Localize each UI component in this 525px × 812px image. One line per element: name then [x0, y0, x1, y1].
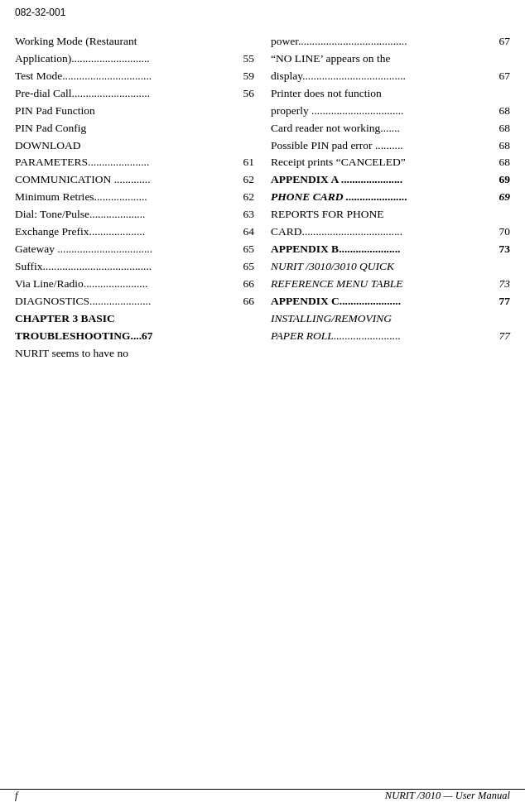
- toc-entry: REFERENCE MENU TABLE73: [271, 276, 510, 293]
- toc-entry: APPENDIX A ......................69: [271, 171, 510, 189]
- toc-entry: REPORTS FOR PHONE: [271, 206, 510, 223]
- toc-entry: DIAGNOSTICS......................66: [15, 293, 254, 310]
- toc-left-column: Working Mode (RestaurantApplication)....…: [15, 25, 262, 779]
- toc-entry: Receipt prints “CANCELED”68: [271, 154, 510, 171]
- toc-entry: Card reader not working.......68: [271, 120, 510, 137]
- toc-entry: PAPER ROLL........................77: [271, 328, 510, 345]
- toc-entry: PHONE CARD ......................69: [271, 189, 510, 206]
- toc-entry: CARD....................................…: [271, 223, 510, 241]
- toc-entry: Dial: Tone/Pulse....................63: [15, 206, 254, 223]
- toc-entry: PIN Pad Function: [15, 103, 254, 120]
- toc-entry: CHAPTER 3 BASIC: [15, 310, 254, 328]
- footer-right: NURIT /3010 — User Manual: [385, 790, 510, 802]
- toc-entry: Suffix..................................…: [15, 258, 254, 276]
- toc-entry: Exchange Prefix....................64: [15, 223, 254, 241]
- toc-entry: display.................................…: [271, 68, 510, 85]
- toc-entry: INSTALLING/REMOVING: [271, 310, 510, 328]
- toc-entry: DOWNLOAD: [15, 137, 254, 155]
- toc-entry: Pre-dial Call...........................…: [15, 85, 254, 103]
- toc-entry: COMMUNICATION .............62: [15, 171, 254, 189]
- toc-entry: Possible PIN pad error ..........68: [271, 137, 510, 155]
- toc-entry: TROUBLESHOOTING....67: [15, 328, 254, 345]
- page-footer: f NURIT /3010 — User Manual: [0, 789, 525, 802]
- toc-entry: APPENDIX C......................77: [271, 293, 510, 310]
- toc-entry: Test Mode...............................…: [15, 68, 254, 85]
- toc-right-column: power...................................…: [262, 25, 510, 779]
- page-header: 082-32-001: [15, 7, 65, 18]
- toc-entry: Minimum Retries...................62: [15, 189, 254, 206]
- toc-entry: properly ...............................…: [271, 103, 510, 120]
- toc-entry: Printer does not function: [271, 85, 510, 103]
- toc-entry: NURIT seems to have no: [15, 345, 254, 363]
- toc-entry: Gateway ................................…: [15, 241, 254, 258]
- toc-entry: “NO LINE’ appears on the: [271, 50, 510, 68]
- toc-entry: PARAMETERS......................61: [15, 154, 254, 171]
- toc-entry: Via Line/Radio.......................66: [15, 276, 254, 293]
- toc-entry: power...................................…: [271, 33, 510, 50]
- toc-entry: PIN Pad Config: [15, 120, 254, 137]
- footer-left: f: [15, 790, 17, 802]
- toc-entry: Working Mode (RestaurantApplication)....…: [15, 33, 254, 68]
- toc-entry: APPENDIX B......................73: [271, 241, 510, 258]
- toc-entry: NURIT /3010/3010 QUICK: [271, 258, 510, 276]
